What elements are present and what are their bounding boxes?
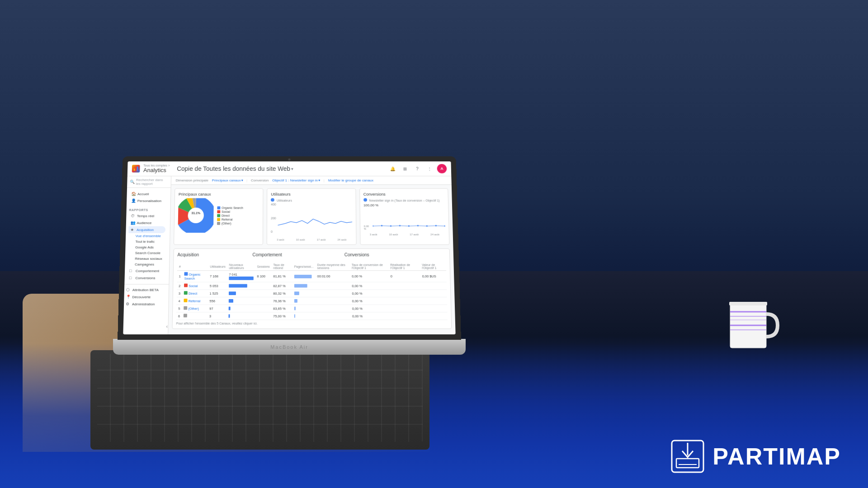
sidebar-sub-tout-trafic[interactable]: Tout le trafic — [128, 239, 167, 245]
sidebar-item-conversions[interactable]: □ Conversions — [127, 274, 165, 282]
sidebar: 🔍 Rechercher dans les rapport 🏠 Accueil … — [123, 176, 171, 334]
modify-groups-btn[interactable]: Modifier le groupe de canaux — [328, 178, 374, 183]
channel-cell[interactable] — [182, 312, 208, 320]
col-rank: # — [177, 263, 183, 271]
svg-point-15 — [408, 225, 410, 227]
utilisateurs-card: Utilisateurs Utilisateurs 400 200 0 — [267, 188, 356, 245]
value-cell — [420, 282, 447, 290]
sidebar-rapports-section: RAPPORTS ⏱ Temps réel 👥 Audience ★ Acqui… — [124, 205, 170, 282]
svg-rect-2 — [137, 167, 138, 171]
col-utilisateurs: Utilisateurs — [208, 263, 227, 271]
channel-link[interactable]: Social — [189, 284, 198, 288]
sidebar-item-comportement[interactable]: □ Comportement — [127, 267, 165, 275]
table-row: 5 (Other) 97 83,65 % 0,00 % — [176, 305, 447, 312]
legend-referral-label: Referral — [222, 218, 232, 221]
sidebar-item-administration[interactable]: ⚙ Administration — [124, 300, 167, 308]
apps-icon[interactable]: ⊞ — [400, 164, 410, 174]
principaux-canaux-title: Principaux canaux — [179, 192, 259, 196]
channel-cell[interactable]: Referral — [182, 297, 208, 305]
pages-cell — [292, 271, 316, 282]
user-icon: 👤 — [131, 199, 136, 203]
channel-cell[interactable]: Social — [182, 282, 208, 290]
svg-rect-1 — [135, 167, 137, 171]
laptop-bezel: Tous les comptes > Analytics Copie de To… — [118, 156, 461, 340]
bounce-cell: 81,81 % — [271, 271, 292, 282]
sidebar-item-acquisition[interactable]: ★ Acquisition — [128, 226, 165, 233]
more-icon[interactable]: ⋮ — [425, 164, 434, 174]
channel-cell[interactable]: Direct — [182, 290, 208, 297]
conversion-dropdown-icon: ▾ — [318, 178, 320, 183]
sidebar-label-administration: Administration — [132, 302, 155, 306]
legend-direct-label: Direct — [222, 214, 230, 217]
table-row: 4 Referral 556 76,36 % 0,00 % — [176, 297, 447, 305]
principaux-canaux-card: Principaux canaux — [174, 188, 264, 245]
sessions-cell: 8 100 — [255, 271, 271, 282]
sidebar-collapse-btn[interactable]: ‹ — [166, 324, 168, 329]
social-dot — [217, 210, 220, 213]
vue-ensemble-label: Vue d'ensemble — [136, 234, 161, 238]
legend-referral: Referral — [217, 218, 243, 221]
sidebar-sub-campagnes[interactable]: Campagnes — [127, 262, 166, 267]
utilisateurs-line-svg — [278, 203, 352, 233]
legend-direct: Direct — [217, 214, 243, 217]
laptop-model-label: MacBook Air — [270, 344, 308, 350]
channel-link[interactable]: (Other) — [188, 307, 199, 311]
dimension-select[interactable]: Principaux canaux ▾ — [212, 178, 243, 183]
conversion-filter: Conversion — [251, 178, 269, 183]
conversion-select[interactable]: Objectif 1 : Newsletter sign in ▾ — [272, 178, 320, 183]
date-10-aout: 10 août — [296, 239, 305, 241]
conv-date-17: 17 août — [410, 233, 419, 236]
col-taux-conv: Taux de conversion de l'Objectif 1 — [350, 263, 389, 271]
sidebar-label-audience: Audience — [137, 221, 151, 225]
sidebar-search-bar[interactable]: 🔍 Rechercher dans les rapport — [127, 176, 171, 188]
sidebar-item-attribution[interactable]: ⬡ Attribution BETA — [124, 286, 167, 293]
duration-cell: 00:01:00 — [316, 271, 350, 282]
search-placeholder: Rechercher dans les rapport — [136, 178, 169, 186]
svg-rect-28 — [676, 459, 699, 468]
channel-link[interactable]: Direct — [189, 291, 198, 296]
channel-link[interactable]: Referral — [189, 299, 201, 303]
conv-date-3: 3 août — [370, 233, 377, 236]
sidebar-item-personalisation[interactable]: 👤 Personalisation — [129, 197, 166, 204]
bounce-cell: 80,32 % — [271, 290, 292, 297]
sessions-cell — [255, 290, 271, 297]
partimap-branding: PARTIMAP — [670, 438, 841, 474]
search-icon: 🔍 — [130, 180, 135, 184]
search-console-label: Search Console — [135, 251, 160, 255]
sidebar-sub-reseaux-sociaux[interactable]: Réseaux sociaux — [128, 256, 167, 262]
sidebar-bottom-section: ⬡ Attribution BETA 📍 Découverte ⚙ Admini… — [124, 284, 169, 308]
new-users-cell — [227, 305, 255, 312]
notifications-icon[interactable]: 🔔 — [388, 164, 398, 174]
dropdown-arrow-icon[interactable]: ▾ — [291, 166, 293, 171]
date-3-aout: 3 août — [277, 239, 284, 241]
sidebar-sub-google-ads[interactable]: Google Ads — [128, 244, 167, 250]
help-icon[interactable]: ? — [412, 164, 422, 174]
svg-point-13 — [390, 225, 392, 227]
channel-cell[interactable]: Organic Search — [182, 271, 208, 282]
col-taux-rebond: Taux de rebond — [272, 263, 292, 271]
value-cell: 0,00 $US — [420, 271, 446, 282]
sidebar-item-temps-reel[interactable]: ⏱ Temps réel — [129, 212, 166, 219]
value-cell — [421, 305, 447, 312]
user-avatar[interactable]: A — [437, 164, 447, 174]
duration-cell — [316, 297, 350, 305]
sidebar-label-temps-reel: Temps réel — [137, 214, 155, 218]
sidebar-label-accueil: Accueil — [137, 192, 149, 196]
date-17-aout: 17 août — [317, 239, 326, 241]
goal-cell — [389, 282, 420, 290]
sidebar-item-decouverte[interactable]: 📍 Découverte — [124, 293, 167, 300]
goal-cell — [389, 305, 421, 312]
dimension-label: Dimension principale — [176, 178, 208, 183]
sidebar-sub-search-console[interactable]: Search Console — [128, 250, 167, 256]
channel-cell[interactable]: (Other) — [182, 305, 208, 312]
sidebar-item-audience[interactable]: 👥 Audience — [129, 219, 166, 226]
sidebar-item-accueil[interactable]: 🏠 Accueil — [129, 190, 166, 197]
tout-trafic-label: Tout le trafic — [135, 239, 155, 244]
conv-rate-cell: 0,00 % — [350, 290, 389, 297]
svg-point-16 — [417, 225, 419, 226]
conv-rate-cell: 0,00 % — [350, 282, 389, 290]
goal-cell — [389, 297, 421, 305]
table-body: 1 Organic Search 7 168 7 041 8 100 81,81… — [176, 271, 448, 320]
sidebar-sub-vue-ensemble[interactable]: Vue d'ensemble — [128, 233, 167, 239]
conv-rate-cell: 0,00 % — [350, 312, 390, 320]
